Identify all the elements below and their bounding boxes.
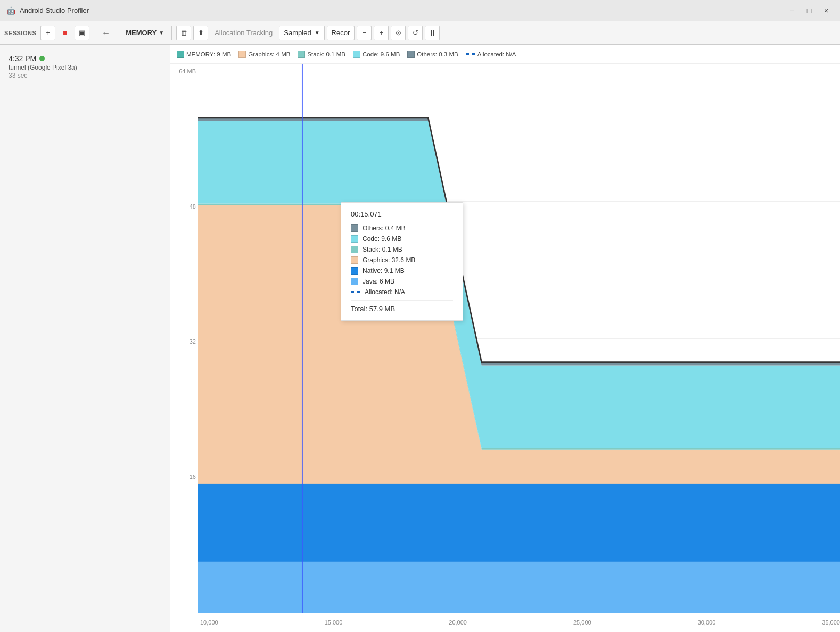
x-label-35000: 35,000 bbox=[822, 619, 840, 626]
x-label-10000: 10,000 bbox=[200, 619, 218, 626]
svg-rect-12 bbox=[198, 562, 840, 613]
legend-item-code: Code: 9.6 MB bbox=[353, 51, 400, 58]
x-label-25000: 25,000 bbox=[573, 619, 591, 626]
delete-button[interactable]: 🗑 bbox=[176, 26, 191, 40]
tooltip-label-allocated: Allocated: N/A bbox=[365, 288, 405, 296]
close-button[interactable]: × bbox=[819, 4, 834, 17]
pause-button[interactable]: ⏸ bbox=[425, 26, 440, 40]
tooltip-row-graphics: Graphics: 32.6 MB bbox=[351, 256, 453, 264]
main-area: 4:32 PM tunnel (Google Pixel 3a) 33 sec … bbox=[0, 45, 840, 632]
layout-button[interactable]: ▣ bbox=[75, 26, 89, 40]
legend-item-allocated: Allocated: N/A bbox=[466, 51, 516, 57]
sampled-label: Sampled bbox=[284, 29, 311, 37]
chart-canvas[interactable]: 64 MB 48 32 16 bbox=[170, 64, 840, 632]
legend-item-memory: MEMORY: 9 MB bbox=[177, 51, 231, 58]
tooltip: 00:15.071 Others: 0.4 MB Code: 9.6 MB St… bbox=[341, 202, 463, 321]
x-axis: 10,000 15,000 20,000 25,000 30,000 35,00… bbox=[198, 613, 840, 632]
toolbar-separator bbox=[94, 26, 94, 40]
tooltip-swatch-code bbox=[351, 235, 358, 243]
legend-swatch-allocated bbox=[466, 53, 475, 55]
tooltip-time: 00:15.071 bbox=[351, 210, 453, 218]
session-device: tunnel (Google Pixel 3a) bbox=[9, 64, 161, 71]
memory-label: MEMORY bbox=[126, 29, 157, 37]
tooltip-row-allocated: Allocated: N/A bbox=[351, 288, 453, 296]
tooltip-label-java: Java: 6 MB bbox=[363, 278, 394, 285]
chart-svg-wrapper bbox=[198, 64, 840, 613]
legend-label-others: Others: 0.3 MB bbox=[417, 51, 458, 57]
tooltip-label-others: Others: 0.4 MB bbox=[363, 224, 406, 232]
legend-swatch-memory bbox=[177, 51, 184, 58]
zoom-out-button[interactable]: − bbox=[357, 26, 372, 40]
tooltip-row-stack: Stack: 0.1 MB bbox=[351, 246, 453, 253]
x-label-30000: 30,000 bbox=[698, 619, 716, 626]
y-label-48: 48 bbox=[172, 203, 196, 210]
legend-label-graphics: Graphics: 4 MB bbox=[248, 51, 290, 57]
tooltip-swatch-allocated bbox=[351, 291, 360, 293]
record-button[interactable]: Recor bbox=[327, 26, 355, 40]
svg-rect-13 bbox=[198, 484, 840, 562]
legend-label-allocated: Allocated: N/A bbox=[477, 51, 516, 57]
export-button[interactable]: ⬆ bbox=[193, 26, 208, 40]
sampled-dropdown[interactable]: Sampled ▼ bbox=[279, 26, 324, 40]
stop-button[interactable]: ■ bbox=[57, 26, 72, 40]
app-icon: 🤖 bbox=[6, 6, 15, 15]
back-button[interactable]: ← bbox=[98, 26, 113, 40]
toolbar: SESSIONS + ■ ▣ ← MEMORY ▼ 🗑 ⬆ Allocation… bbox=[0, 21, 840, 45]
toolbar-separator-3 bbox=[171, 26, 172, 40]
x-label-15000: 15,000 bbox=[325, 619, 343, 626]
legend-swatch-stack bbox=[298, 51, 305, 58]
legend-swatch-graphics bbox=[238, 51, 246, 58]
zoom-in-button[interactable]: + bbox=[374, 26, 389, 40]
memory-dropdown[interactable]: MEMORY ▼ bbox=[122, 27, 167, 39]
session-item[interactable]: 4:32 PM tunnel (Google Pixel 3a) 33 sec bbox=[6, 51, 163, 82]
record-label: Recor bbox=[332, 29, 350, 37]
add-session-button[interactable]: + bbox=[40, 26, 55, 40]
fit-button[interactable]: ⊘ bbox=[391, 26, 406, 40]
allocation-tracking-label: Allocation Tracking bbox=[210, 29, 277, 37]
legend-label-memory: MEMORY: 9 MB bbox=[186, 51, 231, 57]
sessions-label: SESSIONS bbox=[4, 30, 36, 36]
tooltip-swatch-others bbox=[351, 224, 358, 232]
tooltip-label-native: Native: 9.1 MB bbox=[363, 267, 405, 275]
sampled-arrow: ▼ bbox=[315, 30, 320, 36]
tooltip-row-native: Native: 9.1 MB bbox=[351, 267, 453, 275]
tooltip-total: Total: 57.9 MB bbox=[351, 300, 453, 313]
status-dot bbox=[39, 56, 45, 61]
title-bar: 🤖 Android Studio Profiler − □ × bbox=[0, 0, 840, 21]
legend-swatch-code bbox=[353, 51, 360, 58]
tooltip-row-java: Java: 6 MB bbox=[351, 278, 453, 285]
legend-label-code: Code: 9.6 MB bbox=[363, 51, 400, 57]
tooltip-label-stack: Stack: 0.1 MB bbox=[363, 246, 402, 253]
tooltip-swatch-java bbox=[351, 278, 358, 285]
y-label-64: 64 MB bbox=[172, 68, 196, 74]
memory-dropdown-arrow: ▼ bbox=[159, 30, 164, 36]
tooltip-swatch-graphics bbox=[351, 256, 358, 264]
tooltip-label-code: Code: 9.6 MB bbox=[363, 235, 401, 243]
chart-area: MEMORY: 9 MB Graphics: 4 MB Stack: 0.1 M… bbox=[170, 45, 840, 632]
refresh-button[interactable]: ↺ bbox=[408, 26, 423, 40]
app-title: Android Studio Profiler bbox=[20, 6, 785, 14]
tooltip-label-graphics: Graphics: 32.6 MB bbox=[363, 256, 415, 264]
y-axis: 64 MB 48 32 16 bbox=[170, 64, 198, 613]
maximize-button[interactable]: □ bbox=[802, 4, 817, 17]
y-label-32: 32 bbox=[172, 338, 196, 345]
tooltip-row-others: Others: 0.4 MB bbox=[351, 224, 453, 232]
legend-swatch-others bbox=[407, 51, 415, 58]
legend-item-stack: Stack: 0.1 MB bbox=[298, 51, 345, 58]
legend-item-graphics: Graphics: 4 MB bbox=[238, 51, 290, 58]
legend-label-stack: Stack: 0.1 MB bbox=[307, 51, 345, 57]
session-time: 4:32 PM bbox=[9, 54, 161, 63]
toolbar-separator-2 bbox=[118, 26, 118, 40]
tooltip-swatch-native bbox=[351, 267, 358, 275]
window-controls: − □ × bbox=[785, 4, 834, 17]
sidebar: 4:32 PM tunnel (Google Pixel 3a) 33 sec bbox=[0, 45, 170, 632]
tooltip-row-code: Code: 9.6 MB bbox=[351, 235, 453, 243]
legend-bar: MEMORY: 9 MB Graphics: 4 MB Stack: 0.1 M… bbox=[170, 45, 840, 64]
y-label-16: 16 bbox=[172, 473, 196, 480]
x-labels: 10,000 15,000 20,000 25,000 30,000 35,00… bbox=[198, 619, 840, 626]
x-label-20000: 20,000 bbox=[449, 619, 467, 626]
session-duration: 33 sec bbox=[9, 72, 161, 79]
memory-chart-svg bbox=[198, 64, 840, 613]
session-time-text: 4:32 PM bbox=[9, 54, 36, 63]
minimize-button[interactable]: − bbox=[785, 4, 800, 17]
